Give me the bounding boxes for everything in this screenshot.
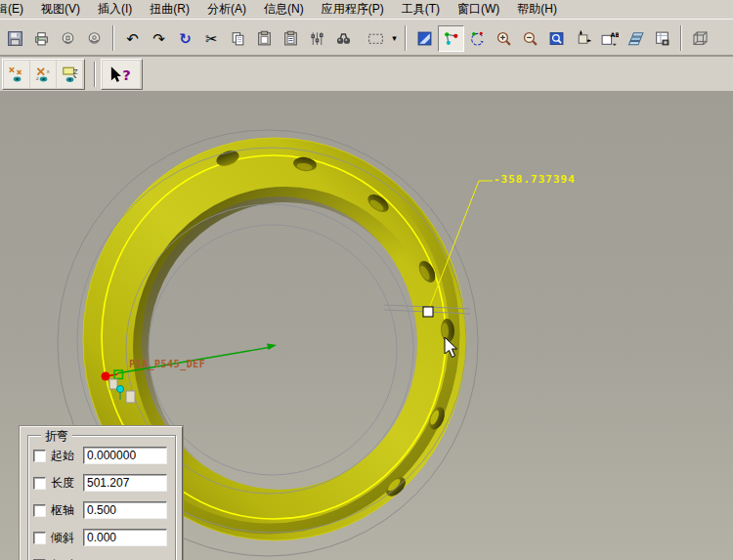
svg-text:z: z	[36, 74, 39, 80]
toolbar-separator	[94, 62, 96, 87]
menu-window[interactable]: 窗口(W)	[449, 0, 508, 21]
help-group: ?	[101, 59, 143, 90]
menu-view[interactable]: 视图(V)	[32, 0, 89, 21]
annotation-ab-icon: AB	[600, 30, 619, 47]
bend-group-title: 折弯	[41, 428, 72, 445]
svg-text:x: x	[46, 67, 50, 73]
zoom-out-button[interactable]	[517, 25, 543, 52]
tilt-input[interactable]	[83, 529, 167, 546]
circle-clip-button-1[interactable]	[55, 25, 81, 52]
copy-button[interactable]	[225, 25, 251, 52]
menu-help[interactable]: 帮助(H)	[508, 0, 566, 21]
zoom-in-button[interactable]	[491, 25, 517, 52]
snapshot-button[interactable]	[649, 25, 675, 52]
menu-insert[interactable]: 插入(I)	[89, 0, 141, 21]
csys-x-icon	[8, 65, 25, 83]
orient-view-icon	[575, 30, 591, 47]
tilt-checkbox[interactable]	[33, 532, 46, 544]
wireframe-cube-icon	[691, 29, 710, 48]
pivot-input[interactable]	[83, 501, 167, 519]
snapshot-icon	[654, 30, 670, 47]
cut-button[interactable]: ✂	[198, 25, 225, 52]
menu-edit[interactable]: 辑(E)	[0, 0, 32, 21]
bend-dialog[interactable]: 折弯 起始 长度 枢轴 倾斜 相对	[20, 426, 183, 560]
wireframe-cube-button[interactable]	[687, 25, 713, 52]
find-button[interactable]	[330, 25, 357, 52]
layers-button[interactable]	[623, 25, 649, 52]
circle-clip-icon-2	[86, 30, 103, 47]
handle-tag-1[interactable]	[109, 379, 117, 389]
copy-icon	[230, 30, 246, 47]
pivot-checkbox[interactable]	[33, 504, 46, 517]
layers-icon	[627, 30, 644, 47]
zoom-window-button[interactable]	[543, 25, 570, 52]
rotate-view-button[interactable]	[464, 25, 491, 52]
pivot-label: 枢轴	[51, 502, 79, 519]
find-binoculars-icon	[335, 30, 352, 47]
csys-name-label: PIA_P545_DEF	[129, 359, 205, 369]
redo-icon: ↷	[152, 31, 165, 46]
shaded-view-button[interactable]	[411, 25, 438, 52]
selection-rectangle-button[interactable]	[363, 25, 389, 52]
selection-dropdown-caret[interactable]: ▾	[389, 25, 400, 52]
shaded-view-icon	[416, 30, 433, 47]
start-input[interactable]	[83, 447, 167, 464]
zoom-out-icon	[522, 30, 539, 47]
annotation-ab-button[interactable]: AB	[596, 25, 623, 52]
tilt-label: 倾斜	[51, 530, 79, 546]
bend-row-relative: 相对	[33, 555, 83, 560]
paste-button[interactable]	[251, 25, 278, 52]
toolbar-separator	[405, 25, 407, 51]
print-button[interactable]	[28, 25, 55, 52]
svg-text:?: ?	[122, 65, 130, 82]
plane-z-view-button[interactable]: Z	[57, 61, 82, 88]
menu-tools[interactable]: 工具(T)	[393, 0, 449, 21]
adjust-settings-button[interactable]	[304, 25, 330, 52]
context-help-button[interactable]: ?	[103, 61, 140, 88]
undo-button[interactable]: ↶	[119, 25, 146, 52]
snap-point-button[interactable]	[438, 25, 464, 52]
main-toolbar: ↶ ↷ ↻ ✂	[0, 19, 733, 57]
csys-xz-view-button[interactable]: z x	[30, 61, 56, 88]
handle-tag-2[interactable]	[126, 391, 135, 403]
bend-row-start: 起始	[33, 446, 167, 465]
csys-x-view-button[interactable]	[4, 61, 29, 88]
svg-text:Z: Z	[73, 68, 78, 76]
menu-bar: 辑(E) 视图(V) 插入(I) 扭曲(R) 分析(A) 信息(N) 应用程序(…	[0, 0, 733, 19]
csys-xz-icon: z x	[34, 65, 52, 83]
vector-arrowhead	[267, 344, 277, 351]
svg-text:AB: AB	[611, 30, 619, 37]
relative-label: 相对	[51, 557, 79, 560]
orient-view-button[interactable]	[570, 25, 596, 52]
menu-information[interactable]: 信息(N)	[255, 0, 313, 21]
bend-row-pivot: 枢轴	[33, 500, 167, 520]
paste-special-button[interactable]	[278, 25, 304, 52]
selection-rectangle-icon	[366, 30, 385, 47]
paste-special-icon	[282, 30, 299, 47]
circle-clip-button-2[interactable]	[81, 25, 108, 52]
cut-icon: ✂	[205, 31, 218, 46]
undo-icon: ↶	[126, 31, 139, 46]
start-checkbox[interactable]	[33, 450, 46, 462]
zoom-window-icon	[548, 30, 565, 47]
context-help-icon: ?	[107, 65, 136, 83]
chevron-down-icon: ▾	[392, 33, 397, 43]
refresh-icon: ↻	[179, 31, 192, 46]
print-icon	[33, 30, 50, 47]
redo-button[interactable]: ↷	[146, 25, 172, 52]
drag-handle[interactable]	[423, 307, 433, 317]
refresh-button[interactable]: ↻	[172, 25, 198, 52]
length-checkbox[interactable]	[33, 477, 46, 490]
view-toolbar: z x Z ?	[0, 57, 733, 91]
rotate-view-icon	[469, 30, 486, 47]
save-icon	[7, 30, 23, 47]
axis-point-cyan[interactable]	[117, 386, 124, 393]
menu-analysis[interactable]: 分析(A)	[198, 0, 255, 21]
origin-point-red[interactable]	[102, 372, 110, 381]
paste-icon	[256, 30, 273, 47]
length-input[interactable]	[83, 474, 167, 492]
dimension-value-label: -358.737394	[494, 173, 576, 186]
menu-twist[interactable]: 扭曲(R)	[141, 0, 198, 21]
save-button[interactable]	[2, 25, 28, 52]
menu-application[interactable]: 应用程序(P)	[313, 0, 393, 21]
